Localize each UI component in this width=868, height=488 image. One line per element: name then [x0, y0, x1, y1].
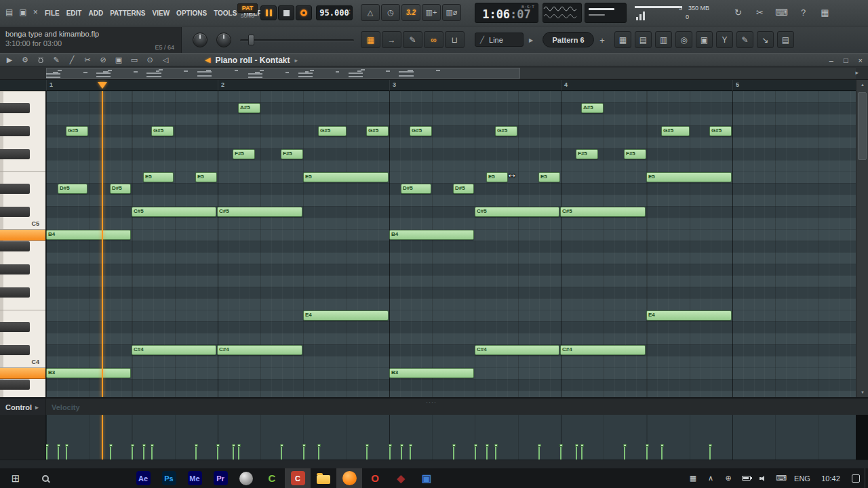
midi-note[interactable]: C#5 [132, 207, 216, 217]
loop-record-icon[interactable]: ▥ø [442, 4, 461, 21]
velocity-stem[interactable] [538, 445, 540, 460]
network-icon[interactable]: ⊕ [719, 468, 737, 488]
velocity-stem[interactable] [233, 445, 234, 460]
menu-edit[interactable]: EDIT [65, 9, 83, 17]
delete-icon[interactable]: ⊘ [98, 56, 108, 64]
midi-note[interactable]: E5 [646, 172, 732, 182]
countdown-icon[interactable]: 3.2 [401, 4, 420, 21]
velocity-stem[interactable] [646, 445, 648, 460]
black-key[interactable] [0, 380, 30, 390]
midi-note[interactable]: D#5 [401, 184, 431, 194]
midi-note[interactable]: D#5 [453, 184, 474, 194]
taskbar-premiere[interactable]: Pr [208, 468, 233, 488]
midi-note[interactable]: C#4 [132, 345, 216, 355]
clipboard-icon[interactable]: ▣ [696, 31, 713, 48]
volume-icon[interactable] [755, 468, 772, 488]
taskbar-media-encoder[interactable]: Me [182, 468, 208, 488]
velocity-stem[interactable] [581, 445, 583, 460]
save-icon[interactable]: ▦ [818, 5, 832, 20]
taskbar-browser[interactable] [233, 468, 259, 488]
pencil-icon[interactable]: ✎ [51, 56, 62, 64]
midi-note[interactable]: F#5 [624, 149, 646, 159]
black-key[interactable] [0, 322, 30, 332]
master-pitch-knob[interactable] [216, 33, 231, 47]
brush-icon[interactable]: ╱ [66, 56, 77, 64]
taskbar-app-blue[interactable]: ▣ [414, 468, 439, 488]
midi-note[interactable]: C#4 [217, 345, 302, 355]
master-volume-knob[interactable] [193, 33, 208, 47]
velocity-stem[interactable] [66, 445, 67, 460]
step-seq-icon[interactable]: ▦ [614, 31, 631, 48]
show-desktop-button[interactable] [865, 468, 868, 488]
velocity-stem-cap[interactable] [232, 444, 235, 447]
velocity-stem[interactable] [281, 445, 282, 460]
close-window-icon[interactable]: × [33, 7, 38, 17]
browser-panel-icon[interactable]: ▤ [777, 31, 794, 48]
velocity-stem[interactable] [576, 445, 577, 460]
detach-window-icon[interactable]: ▣ [19, 7, 26, 17]
midi-note[interactable]: E4 [646, 310, 732, 321]
cut-icon[interactable]: ✂ [753, 5, 767, 20]
taskbar-camtasia[interactable]: C [259, 468, 285, 488]
stop-button[interactable] [278, 5, 294, 20]
midi-note[interactable]: E5 [143, 172, 174, 182]
midi-note[interactable]: F#5 [233, 149, 255, 159]
midi-note[interactable]: E5 [538, 172, 560, 182]
midi-note[interactable]: D#5 [110, 184, 131, 194]
scroll-up-icon[interactable]: ▲ [856, 80, 868, 89]
velocity-stem-cap[interactable] [57, 444, 60, 447]
language-indicator[interactable]: ENG [790, 468, 814, 488]
add-pattern-button[interactable]: + [597, 33, 608, 47]
minimap-track[interactable] [46, 68, 856, 79]
minimize-button[interactable]: – [829, 56, 833, 64]
midi-note[interactable]: G#5 [661, 126, 690, 136]
overdub-icon[interactable]: → [382, 31, 401, 48]
velocity-stem-cap[interactable] [46, 444, 49, 447]
midi-note[interactable]: G#5 [410, 126, 432, 136]
velocity-stem-cap[interactable] [486, 444, 489, 447]
notification-icon[interactable] [847, 468, 865, 488]
taskbar-file-explorer[interactable] [311, 468, 336, 488]
project-panel[interactable]: bonga type and kimambo.flp 3:10:00 for 0… [0, 27, 182, 53]
playhead-marker[interactable] [98, 82, 107, 89]
midi-note[interactable]: G#5 [151, 126, 174, 136]
filter-icon[interactable]: Y [716, 31, 733, 48]
velocity-stem[interactable] [661, 445, 663, 460]
note-grid[interactable]: A#5A#5G#5G#5G#5G#5G#5G#5G#5G#5F#5F#5F#5F… [46, 91, 856, 397]
close-button[interactable]: × [859, 56, 863, 64]
snap-arrow-icon[interactable]: ▶ [526, 35, 536, 45]
velocity-stem[interactable] [238, 445, 239, 460]
midi-note[interactable]: B3 [389, 368, 474, 378]
velocity-stem[interactable] [195, 445, 197, 460]
velocity-stem[interactable] [560, 445, 561, 460]
glue-icon[interactable]: ⊔ [445, 31, 465, 48]
velocity-stem-cap[interactable] [389, 444, 392, 447]
minimap-thumb[interactable] [46, 68, 520, 79]
zoom-icon[interactable]: ⊙ [144, 56, 155, 64]
black-key[interactable] [0, 345, 30, 355]
velocity-stem[interactable] [303, 445, 304, 460]
select-icon[interactable]: ▭ [129, 56, 140, 64]
velocity-stem-cap[interactable] [151, 444, 154, 447]
midi-note[interactable]: F#5 [576, 149, 598, 159]
black-key[interactable] [0, 103, 30, 113]
velocity-stem[interactable] [217, 445, 218, 460]
taskbar-after-effects[interactable]: Ae [130, 468, 156, 488]
play-icon[interactable]: ▶ [4, 56, 15, 64]
velocity-stem[interactable] [486, 445, 488, 460]
midi-note[interactable]: E4 [303, 310, 389, 321]
velocity-stem-cap[interactable] [538, 444, 541, 447]
mute-icon[interactable]: ▣ [113, 56, 124, 64]
piano-keyboard[interactable]: C5C4 [0, 91, 46, 397]
velocity-stem[interactable] [110, 445, 111, 460]
velocity-stem-cap[interactable] [317, 444, 321, 447]
highlighted-key[interactable] [0, 367, 46, 379]
event-editor-icon[interactable]: ▥ [655, 31, 672, 48]
taskbar-photoshop[interactable]: Ps [156, 468, 182, 488]
velocity-stem[interactable] [475, 445, 476, 460]
slice-icon[interactable]: ✂ [82, 56, 93, 64]
brush-icon[interactable]: ✎ [736, 31, 753, 48]
pat-song-toggle[interactable]: PAT SONG [237, 3, 258, 18]
velocity-stem-cap[interactable] [623, 444, 627, 447]
velocity-stem[interactable] [410, 445, 411, 460]
